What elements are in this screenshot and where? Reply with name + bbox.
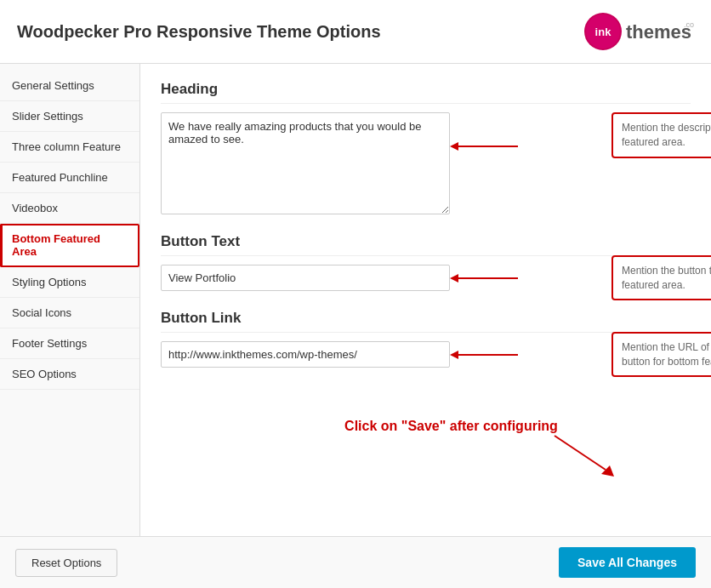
sidebar-item-videobox[interactable]: Videobox	[0, 193, 139, 224]
svg-text:ink: ink	[595, 26, 612, 38]
page-title: Woodpecker Pro Responsive Theme Options	[17, 22, 381, 42]
heading-tooltip: Mention the description of bottom featur…	[611, 112, 711, 158]
button-text-tooltip: Mention the button text for bottom featu…	[611, 255, 711, 301]
svg-text:themes: themes	[626, 21, 691, 43]
main-layout: General Settings Slider Settings Three c…	[0, 64, 711, 536]
instruction-arrow	[469, 427, 640, 478]
heading-section-label: Heading	[161, 81, 691, 104]
heading-textarea[interactable]: We have really amazing products that you…	[161, 112, 450, 214]
button-text-field-row: Mention the button text for bottom featu…	[161, 265, 691, 291]
reset-button[interactable]: Reset Options	[15, 549, 117, 577]
sidebar-item-general-settings[interactable]: General Settings	[0, 71, 139, 101]
sidebar-item-social-icons[interactable]: Social Icons	[0, 298, 139, 328]
button-text-label: Button Text	[161, 233, 691, 256]
sidebar-item-seo-options[interactable]: SEO Options	[0, 359, 139, 390]
button-text-input[interactable]	[161, 265, 450, 291]
svg-marker-12	[601, 465, 614, 477]
svg-text:.com: .com	[684, 20, 694, 29]
sidebar-item-three-column-feature[interactable]: Three column Feature	[0, 132, 139, 163]
save-button[interactable]: Save All Changes	[559, 547, 696, 578]
sidebar-item-featured-punchline[interactable]: Featured Punchline	[0, 163, 139, 193]
heading-field-row: We have really amazing products that you…	[161, 112, 691, 214]
footer-bar: Reset Options Save All Changes	[0, 536, 711, 588]
sidebar: General Settings Slider Settings Three c…	[0, 64, 140, 536]
header: Woodpecker Pro Responsive Theme Options …	[0, 0, 711, 64]
heading-arrow	[450, 129, 535, 163]
sidebar-item-bottom-featured-area[interactable]: Bottom Featured Area	[0, 224, 139, 267]
heading-section: Heading We have really amazing products …	[161, 81, 691, 214]
button-link-label: Button Link	[161, 310, 691, 333]
button-link-arrow	[450, 342, 535, 368]
button-link-tooltip: Mention the URL of the featured button f…	[611, 332, 711, 378]
logo-area: ink themes .com	[583, 12, 694, 51]
inkthemes-logo: ink themes .com	[583, 12, 694, 51]
page-wrapper: Woodpecker Pro Responsive Theme Options …	[0, 0, 711, 588]
button-text-section: Button Text Mention the button text for …	[161, 233, 691, 291]
button-text-arrow	[450, 265, 535, 291]
svg-marker-10	[450, 351, 458, 359]
button-link-section: Button Link Mention the URL of the featu…	[161, 310, 691, 368]
svg-marker-8	[450, 274, 458, 283]
instruction-area: Click on "Save" after configuring	[161, 419, 691, 434]
sidebar-item-slider-settings[interactable]: Slider Settings	[0, 101, 139, 132]
svg-marker-6	[450, 142, 458, 151]
svg-line-11	[555, 436, 606, 470]
content-area: Heading We have really amazing products …	[140, 64, 711, 536]
sidebar-item-footer-settings[interactable]: Footer Settings	[0, 328, 139, 359]
button-link-field-row: Mention the URL of the featured button f…	[161, 341, 691, 368]
button-link-input[interactable]	[161, 341, 450, 368]
sidebar-item-styling-options[interactable]: Styling Options	[0, 267, 139, 298]
